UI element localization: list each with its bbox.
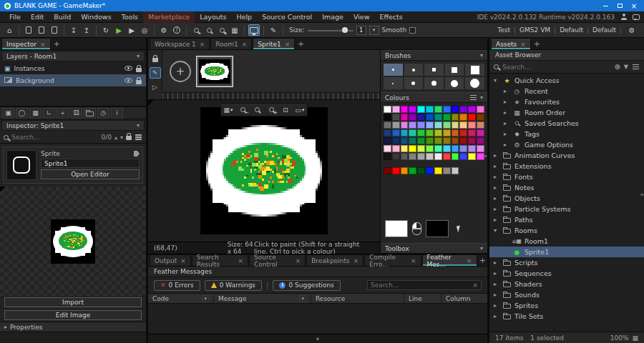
tree-twisty-icon[interactable]: [494, 313, 499, 319]
canvas-zoom-in-button[interactable]: +: [265, 104, 278, 115]
add-background-layer-button[interactable]: ＋: [57, 108, 69, 119]
palette-swatch[interactable]: [409, 129, 416, 136]
palette-swatch[interactable]: [392, 121, 400, 129]
lock-icon[interactable]: [136, 68, 142, 72]
inspector-menu-icon[interactable]: [135, 136, 142, 138]
zoom-reset-button[interactable]: [203, 24, 215, 36]
brush-option[interactable]: [465, 77, 484, 89]
tree-item[interactable]: Sprite1: [489, 247, 644, 257]
palette-swatch[interactable]: [392, 145, 400, 152]
tab-assets[interactable]: Assets ×: [491, 38, 531, 49]
tree-twisty-icon[interactable]: [494, 227, 499, 234]
close-tab-icon[interactable]: ×: [353, 257, 359, 264]
tag-icon[interactable]: [134, 151, 140, 156]
tree-item[interactable]: Room Order: [489, 107, 644, 118]
new-project-button[interactable]: [23, 24, 34, 36]
menu-item[interactable]: Build: [49, 11, 76, 23]
tree-twisty-icon[interactable]: [494, 292, 499, 298]
column-header[interactable]: Code ▾: [148, 294, 214, 303]
palette-swatch[interactable]: [443, 106, 451, 113]
user-account-icon[interactable]: [620, 14, 627, 20]
brush-size-dropdown[interactable]: ▾: [369, 26, 379, 35]
output-tab[interactable]: Compile Erro... ×: [364, 254, 421, 266]
palette-swatch[interactable]: [443, 137, 451, 144]
palette-swatch[interactable]: [409, 153, 416, 160]
tree-item[interactable]: Objects: [489, 193, 644, 204]
output-tab[interactable]: Breakpoints ×: [306, 254, 364, 266]
inspector-target-dropdown[interactable]: Inspector: Sprite1▾: [1, 120, 145, 131]
canvas-zoom-reset-button[interactable]: [250, 104, 263, 115]
palette-swatch[interactable]: [443, 121, 451, 129]
add-tab-button[interactable]: +: [296, 39, 306, 49]
workspace-monitor-button[interactable]: [248, 24, 260, 36]
palette-swatch[interactable]: [434, 153, 442, 160]
column-header[interactable]: Column ▾: [441, 294, 487, 303]
tree-item[interactable]: Rooms: [489, 225, 644, 236]
tree-item[interactable]: Paths: [489, 214, 644, 225]
tree-item[interactable]: Sounds: [489, 289, 644, 300]
palette-swatch[interactable]: [426, 121, 434, 129]
palette-swatch[interactable]: [468, 129, 476, 136]
recent-swatch[interactable]: [426, 167, 434, 174]
menu-item[interactable]: View: [348, 11, 375, 23]
layer-row[interactable]: ▣ Instances: [0, 62, 146, 74]
palette-swatch[interactable]: [392, 137, 400, 144]
target-runtime[interactable]: GMS2 VM: [519, 26, 550, 34]
home-button[interactable]: ⌂: [4, 24, 15, 36]
tree-twisty-icon[interactable]: [494, 77, 499, 84]
search-next-button[interactable]: ▾: [120, 134, 123, 141]
tree-item[interactable]: Extensions: [489, 161, 644, 172]
palette-swatch[interactable]: [459, 129, 467, 136]
palette-swatch[interactable]: [426, 129, 434, 136]
palette-swatch[interactable]: [452, 106, 459, 113]
recent-swatch[interactable]: [384, 167, 391, 174]
menu-item[interactable]: Windows: [76, 11, 116, 23]
palette-swatch[interactable]: [459, 121, 467, 129]
close-tab-icon[interactable]: ×: [242, 41, 248, 48]
settings-button[interactable]: ⚙: [158, 24, 170, 36]
maximize-button[interactable]: [613, 0, 627, 11]
palette-swatch[interactable]: [434, 145, 442, 152]
palette-swatch[interactable]: [417, 137, 425, 144]
tree-twisty-icon[interactable]: [504, 131, 509, 137]
tree-item[interactable]: Sequences: [489, 268, 644, 279]
save-project-button[interactable]: [49, 24, 60, 36]
pencil-tool-button[interactable]: ✎: [268, 24, 279, 36]
zoom-grid-button[interactable]: ▦: [229, 24, 240, 36]
close-tab-icon[interactable]: ×: [296, 257, 301, 264]
tree-item[interactable]: Particle Systems: [489, 204, 644, 214]
panel-collapse-strip[interactable]: ▾: [148, 334, 487, 343]
brush-option[interactable]: [424, 77, 444, 89]
palette-swatch[interactable]: [384, 137, 391, 144]
brush-option[interactable]: [445, 64, 464, 76]
column-filter-icon[interactable]: ▾: [299, 295, 306, 302]
palette-swatch[interactable]: [452, 137, 459, 144]
import-button[interactable]: Import: [4, 297, 142, 307]
import-button[interactable]: ↧: [68, 24, 79, 36]
palette-swatch[interactable]: [452, 121, 459, 129]
close-tab-icon[interactable]: ×: [467, 257, 472, 264]
add-asset-layer-button[interactable]: ◯: [16, 108, 28, 119]
palette-swatch[interactable]: [401, 106, 409, 113]
output-tab[interactable]: Source Control ×: [249, 254, 306, 266]
recent-swatch[interactable]: [417, 167, 425, 174]
close-tab-icon[interactable]: ×: [285, 41, 291, 48]
tree-item[interactable]: Favourites: [489, 96, 644, 107]
frame-thumbnail-selected[interactable]: [197, 56, 233, 86]
palette-swatch[interactable]: [417, 153, 425, 160]
collapse-panel-handle[interactable]: »: [483, 152, 487, 159]
tree-item[interactable]: Room1: [489, 236, 644, 247]
tree-twisty-icon[interactable]: [494, 270, 499, 277]
palette-swatch[interactable]: [426, 114, 434, 121]
edit-image-button[interactable]: Edit Image: [4, 310, 142, 320]
menu-item[interactable]: Layouts: [195, 11, 231, 23]
add-frame-button[interactable]: +: [170, 61, 191, 82]
palette-swatch[interactable]: [477, 121, 484, 129]
close-tab-icon[interactable]: ×: [180, 257, 186, 264]
refresh-button[interactable]: ↻: [100, 24, 112, 36]
frame-timeline-ruler[interactable]: [162, 92, 380, 99]
column-header[interactable]: Resource ▾: [311, 294, 404, 303]
palette-swatch[interactable]: [468, 137, 476, 144]
palette-swatch[interactable]: [417, 129, 425, 136]
tree-twisty-icon[interactable]: [494, 195, 499, 202]
